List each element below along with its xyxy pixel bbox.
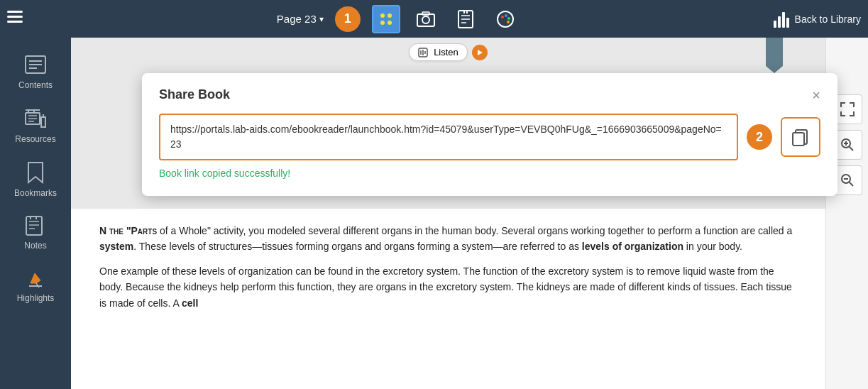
sidebar-notes-label: Notes <box>24 241 46 251</box>
book-text: N the "Parts of a Whole" activity, you m… <box>71 209 825 389</box>
page-indicator[interactable]: Page 23 ▾ <box>277 13 324 25</box>
page-dropdown-arrow: ▾ <box>319 14 324 24</box>
camera-icon-btn[interactable] <box>412 5 440 33</box>
sidebar-item-highlights[interactable]: Highlights <box>0 259 71 312</box>
listen-button[interactable]: Listen <box>409 43 468 61</box>
sidebar-highlights-label: Highlights <box>17 293 55 303</box>
palette-icon-btn[interactable] <box>491 5 520 33</box>
url-row: https://portals.lab-aids.com/ebookreader… <box>159 114 820 160</box>
svg-point-17 <box>498 11 513 27</box>
menu-icon[interactable] <box>7 11 23 27</box>
sidebar-item-notes[interactable]: Notes <box>0 207 71 259</box>
svg-marker-47 <box>478 50 483 55</box>
svg-rect-0 <box>7 11 23 13</box>
content-area: Listen Share Book × https://portals.lab-… <box>71 38 825 389</box>
step1-circle: 1 <box>335 6 361 32</box>
success-message: Book link copied successfully! <box>159 168 820 179</box>
play-button[interactable] <box>472 45 488 60</box>
sidebar-item-contents[interactable]: Contents <box>0 45 71 99</box>
svg-rect-2 <box>7 21 23 23</box>
svg-point-20 <box>507 17 510 20</box>
svg-point-19 <box>505 14 507 17</box>
top-bar: Page 23 ▾ 1 <box>0 0 868 38</box>
svg-point-7 <box>388 21 392 25</box>
svg-marker-33 <box>41 117 45 127</box>
svg-point-6 <box>380 21 385 25</box>
listen-label: Listen <box>434 47 458 57</box>
book-paragraph-2: One example of these levels of organizat… <box>99 263 797 311</box>
sidebar-bookmarks-label: Bookmarks <box>14 188 57 198</box>
svg-point-18 <box>501 16 504 18</box>
svg-rect-35 <box>26 217 42 235</box>
sidebar-item-resources[interactable]: Resources <box>0 99 71 153</box>
share-url[interactable]: https://portals.lab-aids.com/ebookreader… <box>170 122 727 152</box>
stats-icon[interactable] <box>774 11 789 28</box>
svg-point-9 <box>422 16 429 23</box>
copy-area: 2 <box>747 117 820 157</box>
share-modal: Share Book × https://portals.lab-aids.co… <box>142 73 837 196</box>
back-to-library-btn[interactable]: Back to Library <box>795 13 861 25</box>
drop-cap: N the "Parts <box>99 225 157 236</box>
svg-rect-3 <box>376 9 396 29</box>
sidebar-contents-label: Contents <box>18 80 53 90</box>
modal-close-button[interactable]: × <box>812 88 820 102</box>
svg-line-53 <box>849 147 853 151</box>
modal-title: Share Book <box>159 87 230 102</box>
svg-point-21 <box>507 21 510 23</box>
url-box: https://portals.lab-aids.com/ebookreader… <box>159 114 738 160</box>
book-paragraph-1: N the "Parts of a Whole" activity, you m… <box>99 223 797 255</box>
svg-point-4 <box>380 13 385 18</box>
copy-button[interactable] <box>781 117 820 157</box>
top-bar-right: Back to Library <box>774 11 861 28</box>
sidebar-item-bookmarks[interactable]: Bookmarks <box>0 153 71 207</box>
svg-point-5 <box>388 13 392 18</box>
page-label: Page 23 <box>277 13 317 25</box>
notepad-icon-btn[interactable] <box>451 5 480 33</box>
listen-bar: Listen <box>71 38 825 67</box>
sidebar-resources-label: Resources <box>15 134 55 144</box>
sidebar: Contents Resources Bookmarks <box>0 38 71 389</box>
share-icon-btn[interactable] <box>372 5 400 33</box>
step2-circle: 2 <box>747 124 772 150</box>
bookmark-tab <box>766 38 783 73</box>
modal-header: Share Book × <box>159 87 820 102</box>
top-bar-center: Page 23 ▾ 1 <box>277 5 520 33</box>
svg-line-56 <box>849 182 853 187</box>
svg-rect-49 <box>793 133 804 146</box>
svg-rect-1 <box>7 16 23 18</box>
main-layout: Contents Resources Bookmarks <box>0 38 868 389</box>
